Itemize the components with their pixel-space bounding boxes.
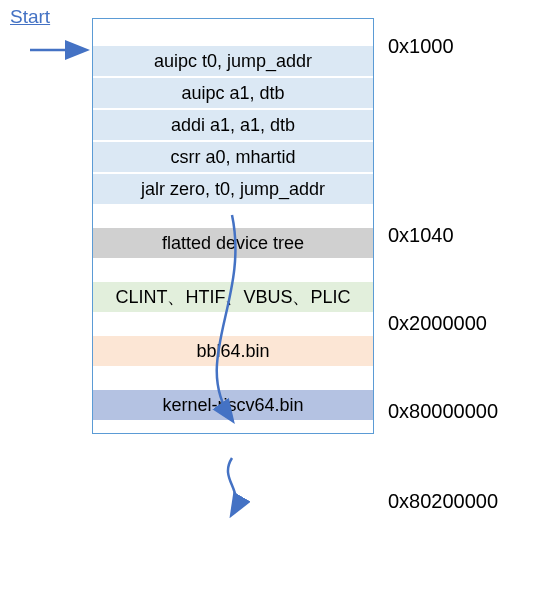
- kernel-section: kernel-riscv64.bin: [93, 389, 373, 421]
- fdt-section: flatted device tree: [93, 227, 373, 259]
- addr-label: 0x2000000: [388, 312, 487, 335]
- instruction-row: csrr a0, mhartid: [93, 141, 373, 173]
- instruction-row: addi a1, a1, dtb: [93, 109, 373, 141]
- instruction-row: auipc a1, dtb: [93, 77, 373, 109]
- addr-label: 0x1000: [388, 35, 454, 58]
- memory-map: auipc t0, jump_addr auipc a1, dtb addi a…: [92, 18, 374, 434]
- spacer: [93, 205, 373, 227]
- peripherals-section: CLINT、HTIF、VBUS、PLIC: [93, 281, 373, 313]
- addr-label: 0x1040: [388, 224, 454, 247]
- instruction-row: jalr zero, t0, jump_addr: [93, 173, 373, 205]
- addr-label: 0x80000000: [388, 400, 498, 423]
- start-label: Start: [10, 6, 50, 28]
- spacer: [93, 421, 373, 433]
- arrow-bbl-to-kernel: [228, 458, 236, 514]
- instruction-row: auipc t0, jump_addr: [93, 45, 373, 77]
- spacer: [93, 19, 373, 45]
- addr-label: 0x80200000: [388, 490, 498, 513]
- spacer: [93, 367, 373, 389]
- spacer: [93, 313, 373, 335]
- bbl-section: bbl64.bin: [93, 335, 373, 367]
- spacer: [93, 259, 373, 281]
